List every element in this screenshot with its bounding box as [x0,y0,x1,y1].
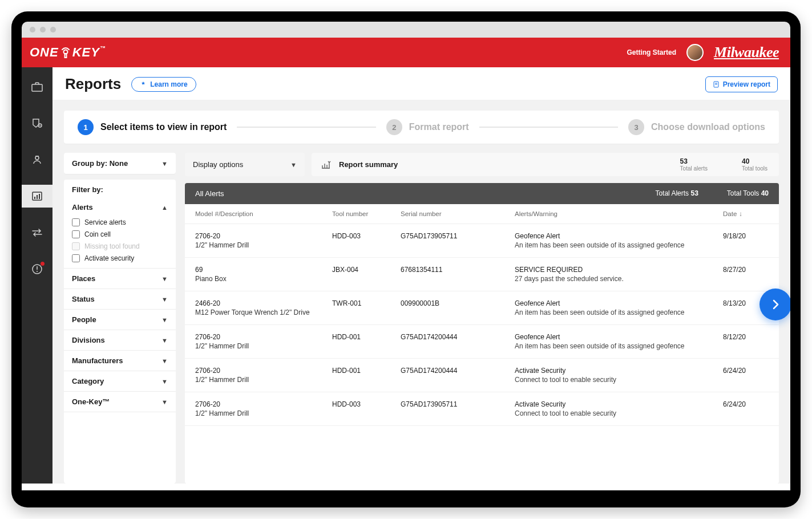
chart-icon [321,160,331,169]
filter-by-label: Filter by: [64,180,176,197]
filter-option[interactable]: Service alerts [72,218,168,226]
chevron-up-icon: ▲ [161,204,168,211]
svg-rect-9 [39,194,40,199]
filter-panel: Filter by: Alerts▲Service alertsCoin cel… [64,180,176,484]
preview-report-button[interactable]: Preview report [705,76,778,92]
filter-section-manufacturers[interactable]: Manufacturers▼ [64,351,176,371]
stat-total-alerts: 53 Total alerts [680,157,708,172]
next-button[interactable] [760,289,790,320]
table-row[interactable]: 2706-201/2" Hammer DrillHDD-003G75AD1739… [185,392,779,426]
chevron-down-icon: ▼ [161,399,168,405]
filter-section-places[interactable]: Places▼ [64,269,176,289]
chevron-down-icon: ▼ [290,161,297,168]
key-icon [60,46,71,59]
svg-point-5 [35,156,39,160]
nav-transfers[interactable] [26,221,49,244]
chevron-down-icon: ▼ [161,378,168,385]
table-row[interactable]: 2706-201/2" Hammer DrillHDD-003G75AD1739… [185,224,779,258]
traffic-dot [30,27,35,32]
logo-milwaukee: Milwaukee [714,44,779,61]
table-row[interactable]: 2706-201/2" Hammer DrillHDD-001G75AD1742… [185,359,779,392]
filter-section-divisions[interactable]: Divisions▼ [64,330,176,350]
svg-rect-7 [34,197,35,199]
sort-date[interactable]: Date ↓ [723,210,769,217]
nav-inventory[interactable] [26,75,49,98]
filter-option[interactable]: Activate security [72,254,168,262]
report-summary: Report summary 53 Total alerts 40 [312,153,779,176]
learn-more-button[interactable]: Learn more [131,77,196,92]
table-row[interactable]: 69Piano BoxJBX-00467681354111SERVICE REQ… [185,258,779,291]
topbar: ONE KEY™ Getting Started Milwaukee [22,38,790,67]
svg-rect-2 [32,84,42,91]
chevron-right-icon [769,298,782,311]
table-row[interactable]: 2706-201/2" Hammer DrillHDD-001G75AD1742… [185,325,779,359]
nav-alerts[interactable] [26,258,49,281]
svg-point-4 [39,125,41,126]
svg-rect-8 [37,195,38,199]
filter-section-one-key-[interactable]: One-Key™▼ [64,392,176,412]
table-header: Model #/Description Tool number Serial n… [185,204,779,224]
step-2[interactable]: 2 Format report [386,119,469,135]
document-icon [713,81,720,88]
filter-section-status[interactable]: Status▼ [64,289,176,309]
chevron-down-icon: ▼ [161,337,168,344]
display-options-select[interactable]: Display options ▼ [185,153,305,176]
table-row[interactable]: 2466-20M12 Power Torque Wrench 1/2" Driv… [185,291,779,325]
chevron-down-icon: ▼ [161,296,168,303]
filter-option: Missing tool found [72,242,168,250]
stat-total-tools: 40 Total tools [742,157,767,172]
nav-places[interactable] [26,112,49,135]
nav-people[interactable] [26,148,49,171]
lightbulb-icon [140,81,147,88]
groupby-select[interactable]: Group by: None ▼ [64,153,176,174]
nav-reports[interactable] [22,185,52,208]
getting-started-link[interactable]: Getting Started [627,48,676,56]
chevron-down-icon: ▼ [161,275,168,282]
page-title: Reports [65,75,121,93]
step-1[interactable]: 1 Select items to view in report [78,119,227,135]
browser-chrome [22,22,790,38]
section-header: All Alerts Total Alerts 53 Total Tools 4… [185,183,779,204]
step-3[interactable]: 3 Choose download options [628,119,765,135]
left-nav [22,67,52,484]
filter-section-category[interactable]: Category▼ [64,371,176,391]
table-body[interactable]: 2706-201/2" Hammer DrillHDD-003G75AD1739… [185,224,779,484]
chevron-down-icon: ▼ [161,358,168,364]
traffic-dot [50,27,56,32]
filter-option[interactable]: Coin cell [72,230,168,238]
sort-desc-icon: ↓ [739,210,742,217]
stepper: 1 Select items to view in report 2 Forma… [64,111,779,144]
page-header: Reports Learn more Preview report [52,67,790,100]
svg-point-12 [37,271,38,272]
avatar[interactable] [686,44,704,61]
logo-onekey[interactable]: ONE KEY™ [30,45,106,60]
chevron-down-icon: ▼ [161,160,168,167]
traffic-dot [40,27,46,32]
chevron-down-icon: ▼ [161,316,168,323]
filter-section-people[interactable]: People▼ [64,310,176,330]
filter-section-alerts[interactable]: Alerts▲ [64,197,176,217]
